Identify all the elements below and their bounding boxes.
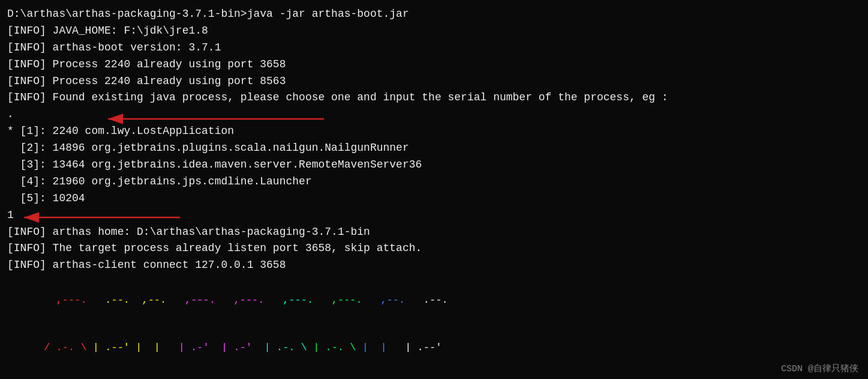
info-line-4: [INFO] Process 2240 already using port 8… xyxy=(7,73,861,90)
info-line-7: [INFO] The target process already listen… xyxy=(7,240,861,257)
proc-line-3: [3]: 13464 org.jetbrains.idea.maven.serv… xyxy=(7,157,861,174)
watermark: CSDN @自律只猪侠 xyxy=(781,363,858,374)
info-line-2: [INFO] arthas-boot version: 3.7.1 xyxy=(7,40,861,56)
terminal: D:\arthas\arthas-packaging-3.7.1-bin>jav… xyxy=(0,0,868,379)
info-line-3: [INFO] Process 2240 already using port 3… xyxy=(7,56,861,73)
proc-line-4: [4]: 21960 org.jetbrains.jps.cmdline.Lau… xyxy=(7,174,861,190)
cmd-line: D:\arthas\arthas-packaging-3.7.1-bin>jav… xyxy=(7,6,861,23)
info-line-1: [INFO] JAVA_HOME: F:\jdk\jre1.8 xyxy=(7,23,861,40)
proc-line-5: [5]: 10204 xyxy=(7,190,861,207)
arrow-2 xyxy=(18,205,186,229)
ascii-line-2: / .-. \ | .--' | | | .-' | .-' | .-. \ |… xyxy=(7,324,861,371)
proc-line-2: [2]: 14896 org.jetbrains.plugins.scala.n… xyxy=(7,140,861,157)
ascii-art-banner: ,---. .--. ,--. ,---. ,---. ,---. ,---. … xyxy=(7,276,861,379)
ascii-line-3: | | |(_)| `--. | | | `--. | `--. | `-' /… xyxy=(7,371,861,379)
ascii-line-1: ,---. .--. ,--. ,---. ,---. ,---. ,---. … xyxy=(7,276,861,324)
info-line-8: [INFO] arthas-client connect 127.0.0.1 3… xyxy=(7,257,861,274)
info-line-5: [INFO] Found existing java process, plea… xyxy=(7,89,861,106)
arrow-1 xyxy=(102,107,330,131)
